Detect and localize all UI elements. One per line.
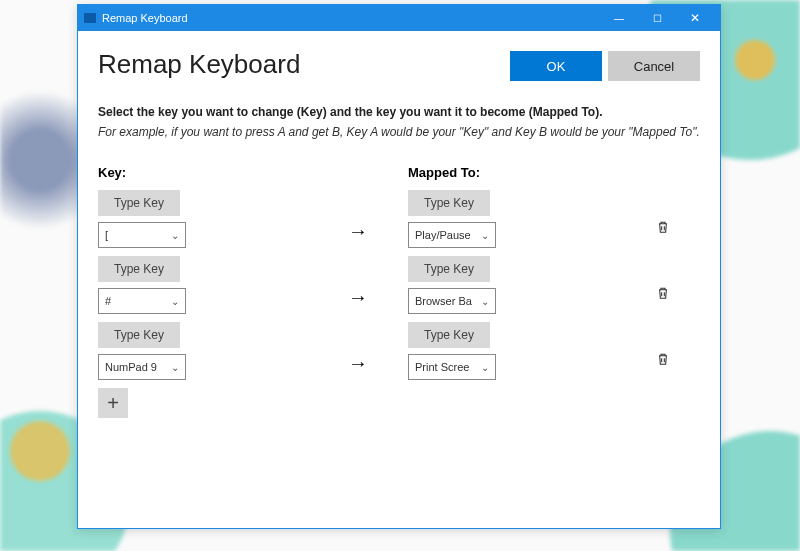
mapped-select[interactable]: Browser Ba ⌄	[408, 288, 496, 314]
ok-button[interactable]: OK	[510, 51, 602, 81]
maximize-button[interactable]	[638, 5, 676, 31]
key-select-value: NumPad 9	[105, 361, 171, 373]
mapped-select-value: Browser Ba	[415, 295, 481, 307]
app-icon	[84, 13, 96, 23]
add-mapping-button[interactable]: +	[98, 388, 128, 418]
type-key-button[interactable]: Type Key	[408, 190, 490, 216]
mapped-select[interactable]: Play/Pause ⌄	[408, 222, 496, 248]
key-select[interactable]: NumPad 9 ⌄	[98, 354, 186, 380]
minimize-button[interactable]	[600, 5, 638, 31]
titlebar: Remap Keyboard	[78, 5, 720, 31]
key-select[interactable]: [ ⌄	[98, 222, 186, 248]
mapped-select-value: Play/Pause	[415, 229, 481, 241]
type-key-button[interactable]: Type Key	[98, 256, 180, 282]
mapping-rows: Type Key [ ⌄ → Type Key Play/Pause ⌄	[98, 190, 700, 380]
mapping-row: Type Key # ⌄ → Type Key Browser Ba ⌄	[98, 256, 700, 314]
mapping-row: Type Key NumPad 9 ⌄ → Type Key Print Scr…	[98, 322, 700, 380]
chevron-down-icon: ⌄	[481, 230, 489, 241]
chevron-down-icon: ⌄	[171, 296, 179, 307]
remap-keyboard-window: Remap Keyboard Remap Keyboard OK Cancel …	[77, 4, 721, 529]
instructions-example: For example, if you want to press A and …	[98, 125, 700, 139]
key-select-value: [	[105, 229, 171, 241]
key-column-header: Key:	[98, 165, 348, 180]
trash-icon[interactable]	[655, 218, 671, 240]
mapped-select[interactable]: Print Scree ⌄	[408, 354, 496, 380]
arrow-icon: →	[348, 220, 368, 243]
type-key-button[interactable]: Type Key	[408, 322, 490, 348]
page-title: Remap Keyboard	[98, 49, 300, 80]
arrow-icon: →	[348, 286, 368, 309]
mapped-column-header: Mapped To:	[408, 165, 628, 180]
key-select[interactable]: # ⌄	[98, 288, 186, 314]
arrow-icon: →	[348, 352, 368, 375]
window-title: Remap Keyboard	[102, 12, 188, 24]
key-select-value: #	[105, 295, 171, 307]
chevron-down-icon: ⌄	[481, 362, 489, 373]
chevron-down-icon: ⌄	[171, 230, 179, 241]
type-key-button[interactable]: Type Key	[98, 322, 180, 348]
mapped-select-value: Print Scree	[415, 361, 481, 373]
type-key-button[interactable]: Type Key	[408, 256, 490, 282]
chevron-down-icon: ⌄	[481, 296, 489, 307]
trash-icon[interactable]	[655, 350, 671, 372]
instructions-primary: Select the key you want to change (Key) …	[98, 105, 700, 119]
trash-icon[interactable]	[655, 284, 671, 306]
cancel-button[interactable]: Cancel	[608, 51, 700, 81]
content-area: Remap Keyboard OK Cancel Select the key …	[78, 31, 720, 438]
mapping-row: Type Key [ ⌄ → Type Key Play/Pause ⌄	[98, 190, 700, 248]
close-button[interactable]	[676, 5, 714, 31]
type-key-button[interactable]: Type Key	[98, 190, 180, 216]
chevron-down-icon: ⌄	[171, 362, 179, 373]
